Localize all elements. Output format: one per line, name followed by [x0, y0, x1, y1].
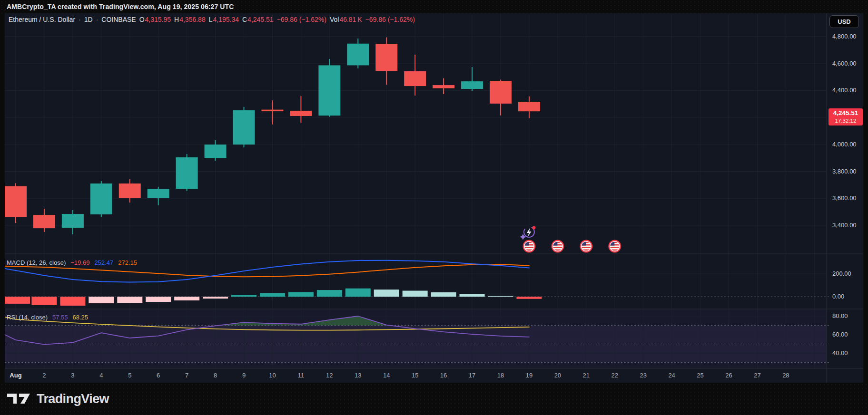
macd-histogram-bar — [89, 297, 114, 303]
separator: · — [79, 16, 81, 23]
candle-aug-12 — [318, 59, 340, 117]
macd-histogram-bar — [516, 297, 542, 299]
time-tick-label: 13 — [355, 372, 361, 379]
macd-histogram-bar — [174, 297, 199, 300]
macd-histogram-bar — [231, 295, 256, 297]
chart-canvas[interactable] — [0, 0, 868, 415]
time-tick-label: 14 — [383, 372, 390, 379]
rsi-axis-label: 40.00 — [832, 349, 848, 357]
macd-line-value: 252.47 — [94, 259, 113, 266]
watermark-bar: AMBCrypto_TA created with TradingView.co… — [0, 0, 868, 13]
separator: · — [96, 16, 99, 23]
macd-title[interactable]: MACD (12, 26, close) — [7, 259, 66, 266]
us-flag-event-icon[interactable] — [581, 241, 592, 252]
time-tick-label: 17 — [469, 372, 475, 379]
time-tick-label: 22 — [612, 372, 618, 379]
macd-histogram-bar — [117, 297, 142, 303]
macd-histogram-bar — [431, 292, 456, 297]
macd-histogram-bar — [374, 290, 399, 297]
macd-histogram-value: −19.69 — [70, 259, 89, 266]
volume-value: 46.81 K — [339, 16, 362, 23]
ohlc-letter: O — [139, 16, 145, 23]
time-tick-label: 3 — [71, 372, 74, 379]
price-tick-label: 3,400.00 — [832, 222, 857, 229]
price-tick-label: 3,800.00 — [832, 168, 857, 175]
candle-aug-2 — [33, 209, 55, 232]
time-tick-label: 26 — [725, 372, 732, 379]
time-tick-label: 27 — [754, 372, 760, 379]
candle-aug-7 — [176, 154, 198, 191]
rsi-axis-label: 60.00 — [832, 331, 848, 338]
macd-histogram-bar — [288, 292, 314, 297]
candle-aug-19 — [518, 97, 540, 118]
candle-aug-11 — [290, 96, 312, 123]
footer-bar: TradingView — [0, 383, 868, 415]
tradingview-window: AMBCrypto_TA created with TradingView.co… — [0, 0, 868, 415]
candle-aug-9 — [233, 107, 255, 147]
macd-histogram-bar — [60, 297, 85, 306]
candle-aug-14 — [375, 38, 397, 85]
macd-axis-label: 200.00 — [832, 270, 851, 277]
time-tick-label: 2 — [42, 372, 46, 379]
time-tick-label: 6 — [157, 372, 160, 379]
time-tick-label: 16 — [440, 372, 447, 379]
volume-pair: Vol 46.81 K — [330, 16, 362, 23]
ohlc-value: 4,315.95 — [145, 16, 171, 23]
us-flag-event-icon[interactable] — [552, 241, 563, 252]
candle-aug-3 — [62, 210, 84, 234]
macd-histogram-bar — [317, 290, 342, 297]
time-tick-label: 12 — [326, 372, 333, 379]
volume-change: −69.86 (−1.62%) — [365, 16, 415, 23]
interval-label[interactable]: 1D — [84, 16, 93, 23]
ohlc-item: O4,315.95 — [139, 16, 171, 23]
ohlc-item: C4,245.51 — [242, 16, 274, 23]
time-tick-label: 23 — [640, 372, 646, 379]
economic-event-icon[interactable] — [520, 225, 536, 240]
ohlc-value: 4,195.34 — [213, 16, 239, 23]
tradingview-wordmark[interactable]: TradingView — [37, 392, 109, 406]
time-tick-label: 10 — [269, 372, 276, 379]
rsi-title[interactable]: RSI (14, close) — [7, 314, 48, 321]
candle-aug-5 — [119, 179, 141, 203]
rsi-ma-value: 68.25 — [73, 314, 89, 321]
macd-histogram-bar — [403, 291, 428, 297]
time-tick-label: 5 — [128, 372, 131, 379]
us-flag-event-icon[interactable] — [609, 241, 621, 252]
candle-aug-1 — [5, 183, 27, 223]
candle-aug-17 — [461, 67, 483, 91]
time-tick-label: 9 — [242, 372, 246, 379]
candle-aug-10 — [261, 100, 283, 125]
macd-signal-value: 272.15 — [118, 259, 137, 266]
rsi-legend: RSI (14, close) 57.55 68.25 — [7, 314, 88, 321]
ohlc-value: 4,245.51 — [247, 16, 274, 23]
exchange-label: COINBASE — [101, 16, 136, 23]
price-tick-label: 4,000.00 — [832, 141, 857, 148]
macd-histogram-bar — [488, 296, 513, 297]
time-tick-label: 28 — [782, 372, 789, 379]
last-price-badge: 4,245.51 17:32:12 — [829, 108, 863, 125]
candle-aug-8 — [205, 140, 227, 161]
ohlc-value: 4,356.88 — [179, 16, 206, 23]
tradingview-logo-icon[interactable] — [7, 394, 31, 404]
time-tick-label: Aug — [10, 372, 21, 379]
time-tick-label: 4 — [99, 372, 103, 379]
ohlc-letter: L — [209, 16, 213, 23]
candle-aug-15 — [404, 55, 426, 96]
ohlc-letter: C — [242, 16, 247, 23]
macd-legend: MACD (12, 26, close) −19.69 252.47 272.1… — [7, 259, 137, 266]
macd-histogram-bar — [146, 297, 171, 302]
time-tick-label: 7 — [185, 372, 188, 379]
time-tick-label: 8 — [214, 372, 217, 379]
ohlc-item: H4,356.88 — [174, 16, 206, 23]
candle-aug-6 — [148, 187, 169, 205]
time-tick-label: 18 — [497, 372, 504, 379]
time-tick-label: 24 — [668, 372, 675, 379]
macd-histogram-bar — [460, 294, 485, 297]
macd-histogram-bar — [345, 289, 371, 297]
currency-toggle-button[interactable]: USD — [829, 15, 859, 28]
macd-axis-label: 0.00 — [832, 293, 844, 300]
time-tick-label: 11 — [298, 372, 305, 379]
symbol-title[interactable]: Ethereum / U.S. Dollar — [9, 16, 75, 23]
us-flag-event-icon[interactable] — [523, 241, 535, 252]
macd-histogram-bar — [5, 297, 30, 304]
